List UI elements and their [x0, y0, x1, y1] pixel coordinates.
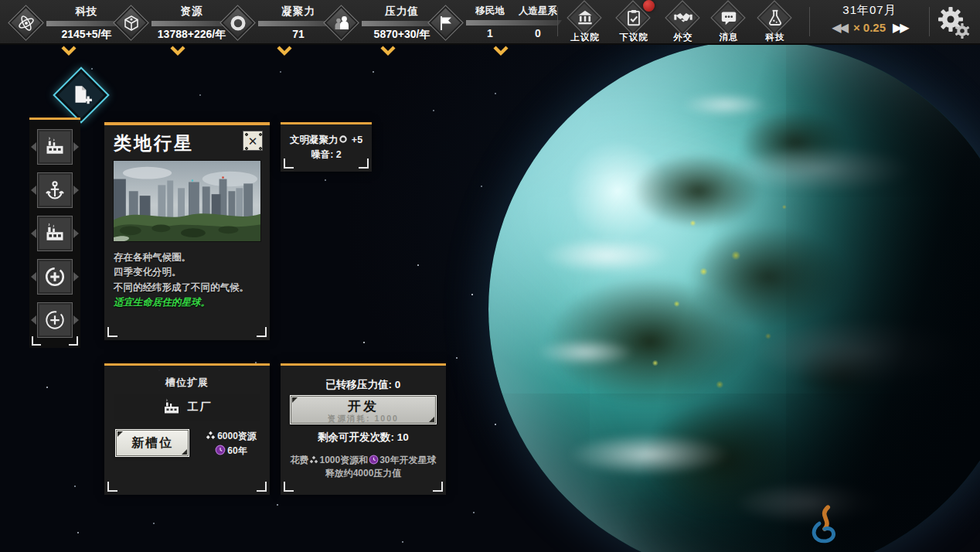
gear-icon	[935, 5, 972, 40]
divider	[929, 7, 930, 36]
speed-down-button[interactable]: ◀◀	[832, 22, 846, 34]
info-text: 花费	[290, 455, 308, 465]
slot-type-label: 工厂	[188, 400, 213, 414]
slot-cost-resources: 6000资源	[217, 431, 257, 441]
habitable-highlight-line: 适宜生命居住的星球。	[114, 295, 264, 310]
cohesion-tooltip: 文明凝聚力 +5 噪音: 2	[281, 122, 372, 172]
planet-view[interactable]	[488, 40, 980, 552]
noise-line: 噪音: 2	[281, 148, 372, 162]
messages-label: 消息	[706, 32, 752, 43]
population-icon	[332, 14, 351, 32]
resource-cube-icon	[122, 14, 141, 32]
develop-panel: 已转移压力值: 0 开发 资源消耗: 1000 剩余可开发次数: 10 花费 1…	[281, 363, 446, 495]
notification-dot	[643, 0, 655, 12]
slot-expansion-panel: 槽位扩展 工厂 新槽位 6000资源 60年	[104, 363, 270, 495]
parliament-icon	[575, 8, 595, 28]
planet-description: 存在各种气候圈。 四季变化分明。 不同的经纬形成了不同的气候。 适宜生命居住的星…	[114, 250, 264, 311]
factory-icon	[44, 136, 66, 158]
tech-tree-label: 科技	[752, 32, 798, 43]
resource-cost-icon	[206, 431, 216, 441]
cohesion-swirl-icon	[339, 135, 348, 144]
game-date: 31年07月	[813, 3, 926, 18]
info-text: 1000资源和	[319, 455, 368, 465]
factory-slot-button[interactable]	[37, 129, 73, 165]
flask-icon	[765, 8, 785, 28]
pointer-chevron-colonies	[492, 46, 509, 56]
factory-icon	[44, 223, 66, 244]
description-line: 存在各种气候圈。	[114, 250, 264, 265]
artificial-systems-value: 0	[514, 27, 562, 39]
anchor-icon	[44, 179, 66, 201]
planet-surface-image	[113, 160, 261, 242]
tech-tree-button[interactable]: 科技	[752, 1, 798, 44]
add-document-icon	[70, 84, 93, 106]
flag-icon	[437, 14, 455, 32]
info-text: 30年开发星球	[379, 455, 436, 465]
close-button[interactable]: ✕	[243, 131, 263, 151]
slot-cost-time: 60年	[227, 445, 247, 456]
slot-panel-title: 槽位扩展	[104, 376, 270, 390]
factory-icon	[162, 398, 181, 417]
speed-up-button[interactable]: ▶▶	[893, 22, 907, 34]
harbor-slot-button[interactable]	[37, 172, 73, 208]
cohesion-tooltip-text: 文明凝聚力	[290, 135, 339, 145]
date-speed-block: 31年07月 ◀◀ × 0.25 ▶▶	[813, 3, 926, 34]
develop-button[interactable]: 开发 资源消耗: 1000	[290, 395, 437, 424]
diplomacy-button[interactable]: 外交	[660, 1, 706, 44]
colonies-value: 1	[466, 27, 514, 39]
divider	[557, 7, 558, 36]
description-line: 四季变化分明。	[114, 265, 264, 280]
resources-value: 13788+226/年	[151, 28, 232, 42]
colonies-label: 移民地	[466, 5, 514, 18]
new-report-diamond-button[interactable]	[51, 65, 111, 125]
slot-type-row[interactable]: 工厂	[114, 394, 260, 421]
diplomacy-label: 外交	[660, 32, 706, 43]
plus-circle-icon	[43, 265, 66, 288]
add-slot-button-2[interactable]	[37, 302, 73, 338]
handshake-icon	[673, 8, 693, 28]
time-cost-icon	[369, 455, 379, 465]
planet-night-shadow	[488, 40, 980, 552]
new-slot-button[interactable]: 新槽位	[115, 429, 189, 457]
flame-swirl-logo	[802, 504, 847, 547]
pointer-chevron-cohesion	[276, 46, 293, 56]
develop-cost-label: 资源消耗: 1000	[291, 414, 436, 424]
cohesion-bonus: +5	[352, 135, 362, 145]
resources-label: 资源	[151, 5, 232, 19]
add-slot-button[interactable]	[37, 259, 73, 295]
pointer-chevron-tech	[60, 46, 77, 56]
settings-button[interactable]	[935, 5, 974, 42]
plus-circle-icon	[43, 308, 66, 332]
resource-cost-icon	[309, 455, 318, 465]
divider	[809, 7, 810, 36]
atom-icon	[17, 14, 36, 32]
pointer-chevron-resources	[169, 46, 186, 56]
messages-button[interactable]: 消息	[706, 1, 752, 44]
clipboard-check-icon	[624, 8, 644, 28]
lower-house-label: 下议院	[611, 32, 657, 43]
develop-info-text: 花费 1000资源和 30年开发星球 释放约4000压力值	[284, 454, 443, 481]
remaining-develops-label: 剩余可开发次数: 10	[281, 431, 446, 445]
planet-info-panel: 类地行星 ✕ 存在各种气候圈。 四季变化分明。	[104, 122, 270, 340]
slot-cost-block: 6000资源 60年	[194, 429, 268, 458]
pointer-chevron-pressure	[379, 46, 396, 56]
info-text: 释放约4000压力值	[284, 467, 443, 480]
time-cost-icon	[215, 445, 226, 455]
description-line: 不同的经纬形成了不同的气候。	[114, 281, 264, 295]
colonies-bar	[466, 20, 562, 26]
top-resource-bar: 科技 2145+5/年 资源 13788+226/年	[0, 0, 980, 45]
artificial-systems-label: 人造星系	[514, 5, 562, 18]
develop-button-label: 开发	[291, 397, 436, 415]
transferred-pressure-label: 已转移压力值: 0	[281, 378, 446, 392]
upper-house-button[interactable]: 上议院	[562, 1, 608, 44]
panel-title: 类地行星	[114, 131, 194, 155]
speed-multiplier: × 0.25	[853, 21, 886, 34]
message-icon	[719, 8, 739, 28]
planet-action-toolbar	[29, 118, 80, 348]
cohesion-swirl-icon	[229, 14, 247, 32]
upper-house-label: 上议院	[562, 32, 608, 43]
factory-slot-button-2[interactable]	[37, 216, 73, 251]
lower-house-button[interactable]: 下议院	[611, 1, 657, 44]
